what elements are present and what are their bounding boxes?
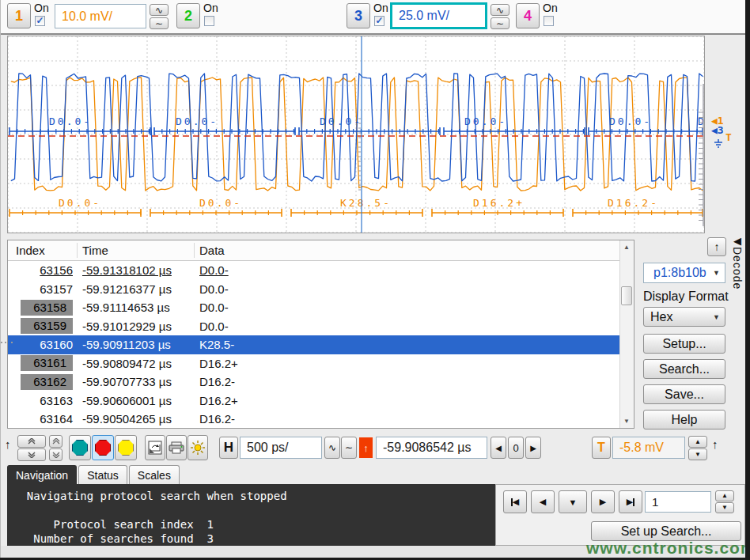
table-header: Index Time Data: [8, 240, 634, 261]
channel-1-coarse-scale-button[interactable]: ∼: [150, 17, 169, 29]
search-button[interactable]: Search...: [643, 359, 725, 379]
cell-time: -59.90504265 µs: [82, 412, 172, 426]
search-index-down-button[interactable]: ▼: [715, 502, 734, 513]
table-row[interactable]: 63159-59.91012929 µsD0.0-: [8, 317, 634, 336]
table-row[interactable]: 63164-59.90504265 µsD16.2-: [8, 410, 634, 429]
trigger-position-marker[interactable]: ↑: [359, 437, 373, 458]
display-format-select[interactable]: Hex ▼: [643, 307, 725, 327]
status-tabs: NavigationStatusScales: [7, 465, 180, 484]
scroll-down-icon[interactable]: ▼: [621, 415, 632, 427]
display-brightness-button[interactable]: [188, 435, 208, 460]
fine-vertical-stepper: [49, 435, 62, 461]
horizontal-menu-button[interactable]: H: [219, 437, 238, 459]
search-index-up-button[interactable]: ▲: [715, 490, 734, 501]
svg-text:D0.0-: D0.0-: [49, 115, 92, 127]
horizontal-scale-input[interactable]: 500 ps/: [240, 437, 322, 459]
double-chevron-up-icon: [27, 438, 36, 445]
column-header-data[interactable]: Data: [195, 243, 634, 258]
table-row[interactable]: 63158-59.91114653 µsD0.0-: [8, 298, 634, 317]
column-header-time[interactable]: Time: [78, 243, 195, 258]
export-image-button[interactable]: [145, 435, 165, 460]
double-chevron-up-icon: [52, 438, 60, 445]
trigger-level-marker[interactable]: T: [725, 133, 732, 142]
print-button[interactable]: [166, 435, 187, 460]
stop-nav-button[interactable]: ▼: [559, 490, 587, 513]
table-row[interactable]: 63156-59.91318102 µsD0.0-: [8, 261, 634, 280]
run-button[interactable]: [69, 435, 91, 460]
channel-toolbar: 1 On ✓ 10.0 mV/ ∿ ∼ 2 On 3 On ✓ 25.0 mV/…: [1, 0, 745, 33]
channel-1-on-checkbox[interactable]: ✓: [35, 16, 45, 26]
column-header-index[interactable]: Index: [8, 243, 78, 258]
channel-3-coarse-scale-button[interactable]: ∼: [491, 17, 509, 29]
channel-1-fine-scale-button[interactable]: ∿: [150, 4, 169, 16]
table-row[interactable]: 63161-59.90809472 µsD16.2+: [8, 354, 634, 373]
tab-navigation[interactable]: Navigation: [7, 465, 77, 484]
hscale-fine-button[interactable]: ∿: [324, 437, 340, 459]
zero-position-button[interactable]: 0: [508, 437, 524, 459]
horizontal-position-input[interactable]: -59.9086542 µs: [376, 437, 487, 459]
svg-text:D0.0-: D0.0-: [176, 115, 218, 127]
channel-2-button[interactable]: 2: [176, 3, 200, 28]
trigger-level-up-button[interactable]: ▲: [688, 436, 707, 448]
go-next-button[interactable]: ▶: [591, 490, 615, 513]
coarse-down-button[interactable]: [17, 448, 46, 461]
cell-index: 63157: [30, 282, 73, 296]
cell-data: K28.5-: [199, 338, 234, 351]
cell-index: 63164: [30, 412, 73, 426]
channel-4-on-checkbox[interactable]: [544, 16, 554, 26]
table-row[interactable]: 63160-59.90911203 µsK28.5-: [8, 335, 634, 354]
decode-side-tab[interactable]: ◀ Decode: [729, 236, 745, 312]
setup-button[interactable]: Setup...: [643, 334, 725, 354]
channel-1-scale-input[interactable]: 10.0 mV/: [55, 4, 146, 28]
table-row[interactable]: 63157-59.91216377 µsD0.0-: [8, 280, 634, 299]
fine-up-button[interactable]: [49, 435, 62, 448]
sine-icon: ∼: [155, 18, 163, 29]
go-first-button[interactable]: ◀: [503, 490, 527, 513]
coarse-up-button[interactable]: [17, 435, 46, 448]
decode-source-select[interactable]: p1:8b10b ▼: [643, 263, 725, 283]
triangle-up-icon: ▲: [722, 493, 728, 499]
collapse-panel-button[interactable]: ↑: [707, 237, 726, 256]
channel-3-button[interactable]: 3: [347, 3, 370, 28]
tab-scales[interactable]: Scales: [129, 465, 180, 484]
channel-3-level-marker[interactable]: ◀3: [711, 126, 724, 135]
channel-2-on-checkbox[interactable]: [204, 16, 214, 26]
single-button[interactable]: [115, 435, 137, 460]
trigger-level-input[interactable]: -5.8 mV: [612, 437, 685, 459]
channel-3-scale-steppers: ∿ ∼: [491, 4, 509, 29]
channel-1-button[interactable]: 1: [7, 3, 31, 28]
double-chevron-down-icon: [52, 452, 60, 458]
table-row[interactable]: 63162-59.90707733 µsD16.2-: [8, 373, 634, 392]
tab-status[interactable]: Status: [78, 465, 127, 484]
scrollbar-thumb[interactable]: [621, 286, 632, 305]
cell-index: 63160: [30, 338, 73, 351]
go-last-button[interactable]: ▶: [619, 490, 642, 513]
pan-right-button[interactable]: ▶: [525, 437, 541, 459]
trigger-menu-button[interactable]: T: [592, 437, 611, 459]
trigger-level-stepper: ▲ ▼: [688, 436, 707, 460]
cell-time: -59.91012929 µs: [82, 320, 172, 333]
triangle-icon: ▶: [600, 497, 606, 507]
scroll-up-icon[interactable]: ▲: [621, 241, 632, 253]
table-scrollbar[interactable]: ▲ ▼: [619, 240, 634, 428]
help-button[interactable]: Help: [643, 410, 725, 429]
cell-data: D0.0-: [199, 320, 229, 333]
hscale-coarse-button[interactable]: ∼: [341, 437, 357, 459]
sun-icon: [191, 441, 205, 455]
channel-3-on-checkbox[interactable]: ✓: [374, 16, 384, 26]
channel-3-scale-input[interactable]: 25.0 mV/: [390, 2, 487, 29]
cell-index: 63159: [21, 318, 73, 334]
table-row[interactable]: 63163-59.90606001 µsD16.2+: [8, 392, 634, 411]
channel-4-button[interactable]: 4: [516, 3, 540, 28]
waveform-display[interactable]: D0.0-D0.0-D0.0-D0.0-D0.0-DD0.0-D0.0-K28.…: [7, 36, 705, 233]
fine-down-button[interactable]: [49, 448, 62, 461]
stop-button[interactable]: [92, 435, 114, 460]
save-button[interactable]: Save...: [643, 384, 725, 404]
pan-left-button[interactable]: ◀: [491, 437, 506, 459]
channel-2-on-label: On: [203, 2, 218, 14]
display-format-label: Display Format: [643, 289, 729, 304]
channel-3-fine-scale-button[interactable]: ∿: [491, 4, 509, 16]
search-index-input[interactable]: 1: [645, 491, 711, 513]
go-previous-button[interactable]: ◀: [531, 490, 555, 513]
trigger-level-down-button[interactable]: ▼: [688, 448, 707, 460]
